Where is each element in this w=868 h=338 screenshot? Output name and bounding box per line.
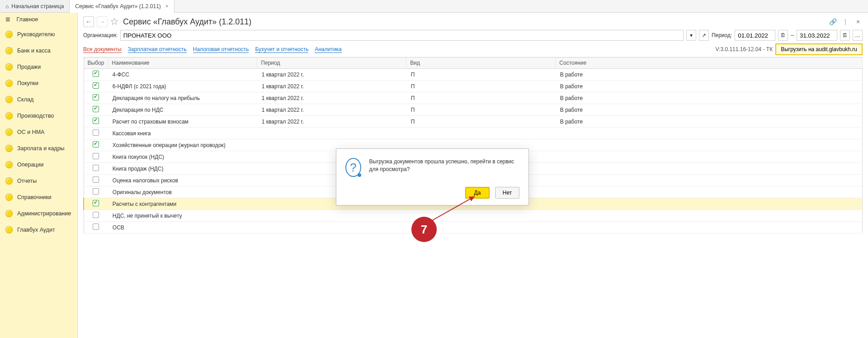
period-more-button[interactable]: … <box>853 30 863 41</box>
dialog-no-button[interactable]: Нет <box>495 187 519 199</box>
row-checkbox[interactable] <box>93 94 99 100</box>
row-checkbox[interactable] <box>93 118 99 124</box>
table-row[interactable]: 4-ФСС1 квартал 2022 г.ПВ работе <box>84 69 863 81</box>
dialog-yes-button[interactable]: Да <box>465 187 490 199</box>
sidebar-item-12[interactable]: Главбух Аудит <box>0 222 77 238</box>
sidebar-item-2[interactable]: Продажи <box>0 59 77 75</box>
calendar-to-icon[interactable]: 🗓 <box>840 30 850 41</box>
sidebar-item-label: ОС и НМА <box>17 129 44 135</box>
annotation-number: 7 <box>421 223 427 237</box>
filter-link-0[interactable]: Все документы <box>83 46 122 53</box>
row-period: 1 квартал 2022 г. <box>257 81 406 92</box>
version-text: V:3.0.111.16-12.04 - ТК <box>716 46 773 52</box>
org-input[interactable] <box>120 30 684 41</box>
sidebar-item-label: Руководителю <box>17 31 55 38</box>
filter-link-2[interactable]: Налоговая отчетность <box>193 46 249 53</box>
row-checkbox[interactable] <box>93 212 99 218</box>
row-state: В работе <box>556 81 863 92</box>
sidebar-item-label: Главбух Аудит <box>17 227 55 233</box>
row-checkbox[interactable] <box>93 106 99 112</box>
org-open-button[interactable]: ↗ <box>699 30 709 41</box>
tab-home[interactable]: ⌂ Начальная страница <box>0 0 70 12</box>
sidebar-item-11[interactable]: Администрирование <box>0 205 77 222</box>
row-checkbox[interactable] <box>93 71 99 77</box>
sidebar-item-4[interactable]: Склад <box>0 91 77 108</box>
table-row[interactable]: Декларация по НДС1 квартал 2022 г.ПВ раб… <box>84 104 863 116</box>
sidebar-item-9[interactable]: Отчеты <box>0 173 77 189</box>
sidebar-item-1[interactable]: Банк и касса <box>0 43 77 59</box>
filter-link-1[interactable]: Зарплатная отчетность <box>128 46 187 53</box>
row-state: В работе <box>556 116 863 128</box>
sidebar-dot-icon <box>5 31 13 38</box>
sidebar-item-10[interactable]: Справочники <box>0 189 77 205</box>
row-name: Декларация по НДС <box>108 104 257 116</box>
sidebar-item-label: Покупки <box>17 80 38 86</box>
row-name: Хозяйственные операции (журнал проводок) <box>108 139 257 151</box>
table-row[interactable]: 6-НДФЛ (с 2021 года)1 квартал 2022 г.ПВ … <box>84 81 863 92</box>
row-checkbox[interactable] <box>93 129 99 136</box>
row-state <box>556 163 863 175</box>
row-period <box>257 128 406 139</box>
confirm-dialog: ? Выгрузка документов прошла успешно, пе… <box>336 148 529 205</box>
row-checkbox[interactable] <box>93 200 99 206</box>
sidebar-item-label: Отчеты <box>17 178 37 184</box>
row-state <box>556 175 863 186</box>
burger-icon[interactable]: ≡ Главное <box>0 13 77 26</box>
row-checkbox[interactable] <box>93 188 99 195</box>
more-icon[interactable]: ⋮ <box>841 17 850 26</box>
th-name: Наименование <box>108 57 257 69</box>
row-checkbox[interactable] <box>93 165 99 171</box>
sidebar-dot-icon <box>5 210 13 217</box>
row-checkbox[interactable] <box>93 153 99 159</box>
row-checkbox[interactable] <box>93 176 99 183</box>
table-row[interactable]: Расчет по страховым взносам1 квартал 202… <box>84 116 863 128</box>
sidebar-dot-icon <box>5 194 13 201</box>
table-row[interactable]: Кассовая книга <box>84 128 863 139</box>
period-from-input[interactable] <box>735 30 775 41</box>
row-state: В работе <box>556 92 863 104</box>
content-close-icon[interactable]: × <box>854 17 863 26</box>
tab-home-label: Начальная страница <box>11 3 64 10</box>
tab-close-icon[interactable]: × <box>165 3 169 10</box>
sidebar-item-8[interactable]: Операции <box>0 157 77 173</box>
sidebar-item-label: Зарплата и кадры <box>17 145 65 152</box>
link-icon[interactable]: 🔗 <box>828 17 837 26</box>
row-kind: П <box>406 116 556 128</box>
sidebar-item-7[interactable]: Зарплата и кадры <box>0 140 77 157</box>
table-row[interactable]: ОСВ <box>84 222 863 233</box>
sidebar-dot-icon <box>5 47 13 54</box>
annotation-badge: 7 <box>411 217 437 242</box>
row-period: 1 квартал 2022 г. <box>257 69 406 81</box>
period-dash: – <box>791 32 794 38</box>
row-checkbox[interactable] <box>93 141 99 148</box>
row-checkbox[interactable] <box>93 224 99 230</box>
nav-forward-button[interactable]: → <box>97 16 108 27</box>
row-checkbox[interactable] <box>93 82 99 89</box>
row-name: НДС, не принятый к вычету <box>108 210 257 222</box>
row-period: 1 квартал 2022 г. <box>257 116 406 128</box>
period-to-input[interactable] <box>797 30 837 41</box>
th-state: Состояние <box>556 57 863 69</box>
table-row[interactable]: Декларация по налогу на прибыль1 квартал… <box>84 92 863 104</box>
upload-button[interactable]: Выгрузить на audit.glavbukh.ru <box>775 43 863 55</box>
row-period: 1 квартал 2022 г. <box>257 92 406 104</box>
table-row[interactable]: НДС, не принятый к вычету <box>84 210 863 222</box>
row-name: Книга продаж (НДС) <box>108 163 257 175</box>
row-period <box>257 222 406 233</box>
content: ← → Сервис «Главбух Аудит» (1.2.011) 🔗 ⋮… <box>78 13 868 338</box>
star-icon[interactable] <box>110 18 118 26</box>
tab-active[interactable]: Сервис «Главбух Аудит» (1.2.011) × <box>70 0 175 13</box>
nav-back-button[interactable]: ← <box>83 16 94 27</box>
sidebar-item-3[interactable]: Покупки <box>0 75 77 91</box>
sidebar-item-6[interactable]: ОС и НМА <box>0 124 77 140</box>
sidebar-item-label: Склад <box>17 96 33 103</box>
filter-link-4[interactable]: Аналитика <box>315 46 341 53</box>
filter-link-3[interactable]: Бухучет и отчетность <box>255 46 308 53</box>
sidebar-item-0[interactable]: Руководителю <box>0 26 77 43</box>
row-kind: П <box>406 92 556 104</box>
org-dropdown-button[interactable]: ▾ <box>686 30 696 41</box>
row-state <box>556 186 863 198</box>
row-kind: П <box>406 81 556 92</box>
sidebar-item-5[interactable]: Производство <box>0 108 77 124</box>
calendar-from-icon[interactable]: 🗓 <box>778 30 788 41</box>
